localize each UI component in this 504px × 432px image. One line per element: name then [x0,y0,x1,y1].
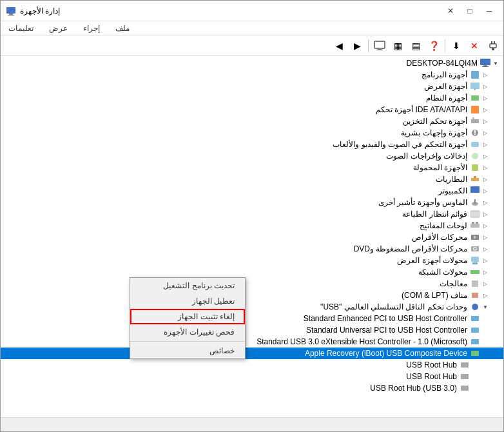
context-menu-disable-device[interactable]: تعطيل الجهاز [130,293,245,309]
list-item[interactable]: ▷ قوائم انتظار الطباعة [1,208,503,220]
toolbar-computer-btn[interactable] [371,38,388,54]
menu-view[interactable]: عرض [46,23,70,34]
title-bar: ✕ □ ─ إدارة الأجهزة [1,1,503,21]
selected-device[interactable]: Apple Recovery (iBoot) USB Composite Dev… [1,348,503,359]
list-item[interactable]: ▷ الأجهزة المحمولة [1,162,503,173]
toolbar-help-btn[interactable]: ❓ [425,38,442,54]
list-item[interactable]: ▷ أجهزة التحكم في الصوت والفيديو والألعا… [1,139,503,150]
list-item[interactable]: ▷ مناف (COM & LPT) [1,290,503,301]
usb-controllers-group[interactable]: ▼ U وحدات تحكم الناقل التسلسلي العالمي "… [1,301,503,313]
svg-rect-48 [471,328,479,333]
svg-rect-16 [471,95,479,101]
list-item[interactable]: ▷ لوحات المفاتيح [1,220,503,231]
device-manager-window: ✕ □ ─ إدارة الأجهزة ملف إجراء عرض تعليما… [0,0,504,432]
item-label: إدخالات وإخراجات الصوت [386,152,467,161]
svg-rect-13 [471,71,479,79]
list-item[interactable]: ▷ أجهزة وإجهات بشرية [1,127,503,139]
computer-icon [480,58,490,68]
context-menu-scan-changes[interactable]: فحص تغييرات الأجهزة [130,324,245,340]
svg-rect-53 [461,386,469,391]
svg-rect-26 [471,178,479,181]
svg-point-39 [474,248,476,250]
svg-rect-3 [374,41,385,48]
context-menu-update-driver[interactable]: تحديث برنامج التشغيل [130,278,245,293]
svg-rect-4 [378,48,382,50]
item-label: محركات الأقراص المضغوطة وDVD [354,244,467,253]
list-item[interactable]: ▷ محركات الأقراص المضغوطة وDVD [1,243,503,255]
list-item[interactable]: ▷ إدخالات وإخراجات الصوت [1,150,503,162]
toolbar-back-btn[interactable]: ◀ [331,38,347,54]
tree-root[interactable]: ▼ DESKTOP-84LQI4M [1,57,503,69]
toolbar-forward-btn[interactable]: ▶ [349,38,365,54]
usb-root-hub-1[interactable]: USB Root Hub [1,359,503,371]
usb-controller-icon [470,313,480,324]
menu-action[interactable]: إجراء [81,23,102,34]
device-icon [470,197,480,208]
context-menu-uninstall-device[interactable]: إلغاء تثبيت الجهاز [130,309,245,324]
toolbar: ◀ ▶ ▦ ▤ ❓ ⬇ ✕ [1,35,503,56]
device-icon [470,162,480,173]
device-icon [470,116,480,126]
toolbar-plug-btn[interactable] [484,38,501,54]
list-item[interactable]: ▷ محولات أجهزة العرض [1,255,503,266]
list-item[interactable]: ▷ الكمبيوتر [1,185,503,197]
expand-root: ▼ [490,58,501,68]
item-label: محركات الأقراص [412,233,467,242]
context-menu: تحديث برنامج التشغيل تعطيل الجهاز إلغاء … [130,277,246,359]
menu-file[interactable]: ملف [113,23,132,34]
list-item[interactable]: Standard Universal PCI to USB Host Contr… [1,324,503,336]
list-item[interactable]: ▷ محركات الأقراص [1,231,503,243]
device-icon [470,244,480,254]
maximize-button[interactable]: □ [461,5,479,17]
list-item[interactable]: ▷ IDE ATA/ATAPI أجهزة تحكم [1,104,503,115]
device-icon [470,209,480,219]
svg-rect-31 [470,211,480,217]
item-label: أجهزة التحكم في الصوت والفيديو والألعاب [333,140,467,149]
usb-root-hub-3[interactable]: USB Root Hub (USB 3.0) [1,382,503,394]
window-title: إدارة الأجهزة [20,6,60,15]
toolbar-cancel-btn[interactable]: ✕ [466,38,483,54]
minimize-button[interactable]: ─ [480,5,498,17]
apple-device-icon [470,348,480,358]
menu-help[interactable]: تعليمات [6,23,36,34]
toolbar-download-btn[interactable]: ⬇ [448,38,465,54]
svg-rect-47 [471,316,479,321]
item-label: USB Root Hub (USB 3.0) [370,384,457,393]
list-item[interactable]: ▷ معالجات [1,278,503,290]
usb-root-hub-2[interactable]: USB Root Hub [1,371,503,382]
root-label: DESKTOP-84LQI4M [407,59,478,68]
list-item[interactable]: ▷ أجهزة البرنامج [1,69,503,81]
list-item[interactable]: ▷ أجهزة العرض [1,81,503,92]
item-label: الكمبيوتر [438,186,467,195]
svg-rect-2 [8,15,14,15]
device-icon [470,255,480,266]
toolbar-grid2-btn[interactable]: ▤ [407,38,424,54]
device-tree[interactable]: ▼ DESKTOP-84LQI4M ▷ أجهزة البرنامج ▷ [1,56,503,417]
svg-rect-43 [472,280,478,287]
list-item[interactable]: ▷ الماوس وأجهزة تأشير أخرى [1,197,503,208]
hub-icon [460,371,470,382]
list-item[interactable]: ▷ محولات الشبكة [1,266,503,278]
svg-rect-41 [472,262,478,264]
svg-point-36 [474,236,476,239]
list-item[interactable]: ▷ أجهزة النظام [1,92,503,104]
device-icon [470,81,480,92]
svg-rect-11 [483,65,487,66]
list-item[interactable]: ▷ أجهزة تحكم التخزين [1,115,503,127]
item-label: Standard Enhanced PCI to USB Host Contro… [304,314,467,323]
list-item[interactable]: Standard Enhanced PCI to USB Host Contro… [1,313,503,324]
toolbar-grid-btn[interactable]: ▦ [389,38,406,54]
svg-text:U: U [470,305,472,311]
usb-controller-icon [470,337,480,347]
device-icon [470,174,480,184]
close-button[interactable]: ✕ [441,5,460,17]
hub-icon [460,383,470,393]
svg-rect-32 [470,224,480,228]
svg-rect-34 [476,222,478,224]
context-menu-properties[interactable]: خصائص [130,343,245,358]
context-menu-separator [130,341,245,342]
list-item[interactable]: ▷ البطاريات [1,173,503,185]
svg-point-24 [472,153,478,159]
list-item[interactable]: Standard USB 3.0 eXtensible Host Control… [1,336,503,348]
svg-rect-30 [474,199,476,204]
